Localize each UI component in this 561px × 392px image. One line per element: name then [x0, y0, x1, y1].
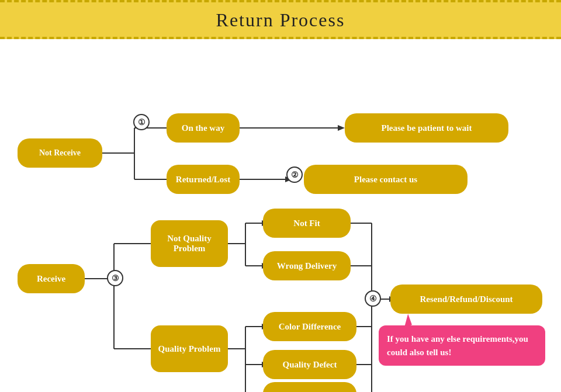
not-fit-box: Not Fit	[263, 209, 351, 238]
callout-bubble: If you have any else requirements,you co…	[379, 325, 545, 366]
diagram: Not Receive ① On the way Returned/Lost P…	[0, 39, 561, 392]
receive-box: Receive	[18, 264, 85, 293]
please-contact-box: Please contact us	[304, 165, 468, 194]
header: Return Process	[0, 0, 561, 39]
quality-problem-box: Quality Problem	[151, 325, 228, 372]
please-wait-box: Please be patient to wait	[345, 113, 508, 143]
wrong-delivery-box: Wrong Delivery	[263, 251, 351, 280]
on-the-way-box: On the way	[167, 113, 240, 143]
quality-defect-box: Quality Defect	[263, 350, 356, 379]
resend-box: Resend/Refund/Discount	[390, 285, 542, 314]
svg-marker-5	[338, 125, 345, 131]
badge-1: ①	[133, 114, 150, 130]
damage-box: Damage	[263, 382, 356, 392]
page-title: Return Process	[0, 9, 561, 31]
not-quality-problem-box: Not Quality Problem	[151, 220, 228, 267]
color-difference-box: Color Difference	[263, 312, 356, 341]
returned-lost-box: Returned/Lost	[167, 165, 240, 194]
badge-2: ②	[286, 166, 303, 183]
badge-4: ④	[365, 290, 381, 307]
badge-3: ③	[107, 270, 123, 286]
not-receive-box: Not Receive	[18, 138, 102, 168]
